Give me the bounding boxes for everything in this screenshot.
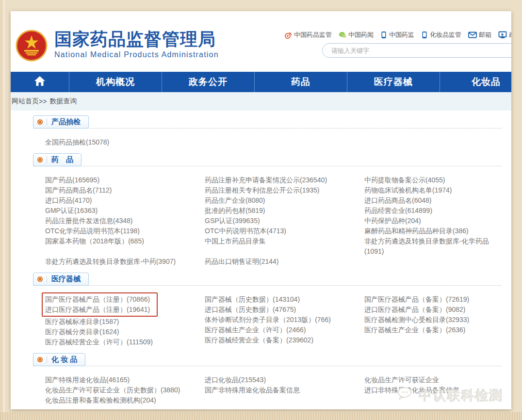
data-link[interactable]: 化妆品注册和备案检验检测机构(204) (45, 395, 191, 405)
section-tab-cosmetics[interactable]: 化 妆 品 (33, 353, 85, 366)
quick-link-weibo[interactable]: 中国药品监管 (284, 31, 332, 39)
section-header: 医疗器械 (33, 273, 502, 286)
section-title: 产品抽检 (51, 117, 81, 127)
bullet-icon (37, 157, 43, 162)
tab-divider (47, 118, 47, 126)
data-link[interactable]: 进口器械（历史数据）(47675) (205, 305, 351, 315)
site-subtitle: National Medical Products Administration (54, 50, 219, 59)
data-link[interactable]: 化妆品生产许可获证企业 (364, 375, 500, 385)
spacer (45, 246, 191, 257)
spacer (205, 246, 351, 257)
nav-item-devices[interactable]: 医疗器械 (347, 72, 440, 92)
weibo-icon (284, 31, 292, 39)
nav-home[interactable] (11, 72, 69, 92)
site-title: 国家药品监督管理局 (54, 30, 219, 49)
data-link[interactable]: 医疗器械生产企业（许可）(2466) (205, 325, 351, 335)
data-link[interactable]: 医疗器械经营企业（备案）(239602) (205, 335, 351, 345)
data-link[interactable]: 国产医疗器械产品（备案）(72619) (364, 294, 500, 305)
section-tab-product-sampling[interactable]: 产品抽检 (33, 115, 89, 129)
nav-item-gov-info[interactable]: 政务公开 (162, 72, 254, 92)
search-input[interactable] (322, 43, 511, 58)
data-query-content: 产品抽检 全国药品抽检(15078) 药 品 (11, 111, 511, 405)
site-logo[interactable]: 国家药品监督管理局 National Medical Products Admi… (16, 30, 219, 64)
section-tab-medical-devices[interactable]: 医疗器械 (33, 273, 89, 286)
data-link[interactable]: GSP认证(399635) (205, 216, 351, 226)
main-nav: 机构概况 政务公开 药品 医疗器械 化妆品 (11, 72, 511, 92)
data-link[interactable]: 非处方药遴选及转换目录数据库-中药(3907) (45, 257, 191, 267)
data-link[interactable]: 进口化妆品(215543) (205, 375, 351, 385)
quick-link-label: 中国药监 (389, 31, 414, 39)
section-title: 药 品 (51, 155, 73, 164)
data-link[interactable]: 药品经营企业(614899) (364, 206, 500, 216)
link-column (205, 137, 364, 147)
section-product-sampling: 产品抽检 全国药品抽检(15078) (33, 115, 502, 147)
data-link[interactable]: 药品注册批件发送信息(4348) (45, 216, 191, 226)
data-link[interactable]: 进口医疗器械产品（注册）(19641) (45, 305, 150, 315)
data-link[interactable]: 化妆品生产许可获证企业（历史数据）(3880) (45, 385, 191, 395)
data-link[interactable]: 医疗器械分类目录(1624) (45, 327, 191, 337)
link-column: 全国药品抽检(15078) (45, 137, 205, 147)
bullet-icon (37, 357, 43, 362)
data-link[interactable]: OTC中药说明书范本(4713) (205, 226, 351, 236)
data-link[interactable]: 国产器械（历史数据）(143104) (205, 294, 351, 305)
data-link[interactable]: 中药提取物备案公示(4055) (364, 175, 500, 185)
quick-link-wechat[interactable]: 中国药闻 (339, 31, 374, 39)
data-link[interactable]: 批准的药包材(5819) (205, 206, 351, 216)
link-column: 国产医疗器械产品（备案）(72619) 进口医疗器械产品（备案）(9082) 医… (364, 294, 511, 347)
data-link[interactable]: 全国药品抽检(15078) (45, 137, 191, 147)
quick-link-cosmetics-app[interactable]: 化妆品监管 (421, 31, 461, 39)
data-link[interactable]: 药品生产企业(8080) (205, 195, 351, 206)
quick-link-label: 化妆品监管 (430, 31, 461, 39)
link-column: 药品注册补充申请备案情况公示(236540) 药品注册相关专利信息公开公示(19… (205, 175, 364, 267)
data-link[interactable]: 国产医疗器械产品（注册）(70866) (45, 294, 150, 305)
breadcrumb-current: 数据查询 (49, 97, 77, 106)
logo-text: 国家药品监督管理局 National Medical Products Admi… (54, 30, 219, 59)
data-link[interactable]: 国产非特殊用途化妆品备案信息 (205, 385, 351, 395)
national-emblem-icon (16, 30, 48, 64)
data-link[interactable]: 医疗器械标准目录(1587) (45, 317, 191, 327)
quick-link-mobile-app[interactable]: 中国药监 (380, 31, 414, 39)
data-link[interactable]: 药物临床试验机构名单(1974) (364, 185, 500, 195)
data-link[interactable]: 体外诊断试剂分类子目录（2013版）(766) (205, 315, 351, 325)
quick-link-mail[interactable]: 邮箱 (468, 31, 491, 39)
tab-divider (47, 275, 47, 283)
data-link[interactable]: 中国上市药品目录集 (205, 236, 351, 246)
data-link[interactable]: GMP认证(16363) (45, 206, 191, 216)
data-link[interactable]: 进口医疗器械产品（备案）(9082) (364, 305, 500, 315)
mobile-icon (421, 31, 428, 39)
link-column: 进口化妆品(215543) 国产非特殊用途化妆品备案信息 (205, 375, 364, 405)
data-link[interactable]: 非处方药遴选及转换目录数据库-化学药品(1091) (364, 236, 500, 257)
data-link[interactable]: 药品出口销售证明(2144) (205, 257, 351, 267)
section-tab-drugs[interactable]: 药 品 (33, 153, 82, 166)
nav-item-cosmetics[interactable]: 化妆品 (440, 72, 511, 92)
data-link[interactable]: 中药保护品种(204) (364, 216, 500, 226)
nav-item-about[interactable]: 机构概况 (69, 72, 162, 92)
data-link[interactable]: 进口药品(4170) (45, 195, 191, 206)
red-highlight-box: 国产医疗器械产品（注册）(70866) 进口医疗器械产品（注册）(19641) (42, 292, 158, 317)
bullet-icon (37, 276, 43, 282)
section-header: 产品抽检 (33, 115, 502, 129)
data-link[interactable]: 进口药品商品名(6048) (364, 195, 500, 206)
breadcrumb-separator: >> (39, 97, 47, 105)
link-column: 化妆品生产许可获证企业 进口非特殊用途化妆品备案信息 (364, 375, 511, 405)
data-link[interactable]: 药品注册相关专利信息公开公示(1935) (205, 185, 351, 195)
link-column (364, 137, 511, 147)
quick-link-label: 中国药闻 (348, 31, 374, 39)
data-link[interactable]: 国产药品(165695) (45, 175, 191, 185)
breadcrumb-home-link[interactable]: 网站首页 (12, 97, 39, 106)
data-link[interactable]: 国产药品商品名(7112) (45, 185, 191, 195)
data-link[interactable]: 麻醉药品和精神药品品种目录(386) (364, 226, 500, 236)
data-link[interactable]: 医疗器械经营企业（许可）(111509) (45, 337, 191, 347)
data-link[interactable]: 国产特殊用途化妆品(46165) (45, 375, 191, 385)
data-link[interactable]: OTC化学药品说明书范本(1198) (45, 226, 191, 236)
data-link[interactable]: 国家基本药物（2018年版）(685) (45, 236, 191, 246)
data-link[interactable]: 药品注册补充申请备案情况公示(236540) (205, 175, 351, 185)
quick-link-gov-service[interactable]: 政 (498, 31, 511, 39)
tab-divider (47, 156, 47, 163)
nav-item-drugs[interactable]: 药品 (254, 72, 347, 92)
data-link[interactable]: 医疗器械检测中心受检目录(32933) (364, 315, 500, 325)
background-frame: 国家药品监督管理局 National Medical Products Admi… (0, 0, 522, 420)
data-link[interactable]: 进口非特殊用途化妆品备案信息 (364, 385, 500, 395)
data-link[interactable]: 医疗器械生产企业（备案）(2636) (364, 325, 500, 335)
bullet-icon (37, 119, 43, 125)
